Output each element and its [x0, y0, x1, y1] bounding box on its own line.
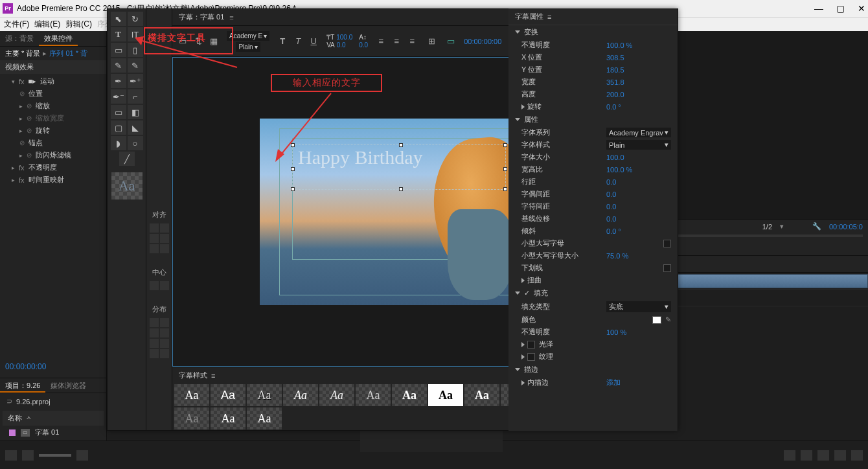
minimize-button[interactable]: — — [814, 3, 823, 14]
prop-anchor[interactable]: ⊘锚点 — [0, 137, 106, 149]
titler-timecode[interactable]: 00:00:00:00 — [464, 38, 501, 45]
rotation-tool[interactable]: ↻ — [128, 12, 143, 26]
bold-icon[interactable]: T — [276, 35, 289, 48]
prop-sheen-check[interactable] — [527, 341, 535, 349]
style-swatch[interactable]: Aa — [464, 384, 499, 406]
add-stroke-link[interactable]: 添加 — [606, 378, 671, 387]
sort-icon[interactable] — [76, 450, 88, 461]
menu-file[interactable]: 文件(F) — [4, 19, 29, 30]
prop-fill-opacity[interactable]: 100 % — [606, 328, 671, 336]
font-size-value[interactable]: 100.0 — [336, 34, 352, 41]
timecode-display[interactable]: 00:00:00:00 — [0, 358, 106, 375]
dist-2[interactable] — [160, 318, 169, 327]
effect-motion[interactable]: ▾fx■▸运动 — [0, 75, 106, 87]
prop-fill-type[interactable]: 实底▾ — [606, 301, 671, 312]
prop-aspect[interactable]: 100.0 % — [606, 166, 671, 174]
new-bin-icon[interactable] — [817, 450, 829, 461]
prop-height[interactable]: 200.0 — [606, 91, 671, 98]
prop-font-style[interactable]: Plain▾ — [606, 140, 671, 150]
prop-rotation-val[interactable]: 0.0 ° — [606, 103, 671, 111]
prop-rotation[interactable]: ▸⊘旋转 — [0, 124, 106, 137]
section-transform[interactable]: 变换 — [524, 27, 538, 37]
menu-edit[interactable]: 编辑(E) — [34, 19, 60, 30]
arc-tool[interactable]: ◗ — [111, 136, 126, 150]
underline-icon[interactable]: U — [307, 35, 320, 48]
new-item-icon[interactable] — [834, 450, 846, 461]
center-v[interactable] — [160, 281, 169, 290]
align-left-icon[interactable]: ≡ — [374, 35, 387, 48]
section-stroke[interactable]: 描边 — [524, 365, 538, 374]
prop-xpos[interactable]: 308.5 — [606, 54, 671, 62]
rounded-rect-tool[interactable]: ▢ — [111, 120, 126, 135]
titler-tab-label[interactable]: 字幕：字幕 01 — [179, 12, 224, 22]
dist-3[interactable] — [150, 328, 159, 337]
eyedropper-icon[interactable]: ✎ — [665, 315, 671, 324]
prop-font-size[interactable]: 100.0 — [606, 154, 671, 161]
style-swatch[interactable]: Aa — [319, 384, 354, 406]
align-vcenter[interactable] — [150, 244, 159, 253]
prop-slant[interactable]: 0.0 ° — [606, 227, 671, 235]
prop-texture-check[interactable] — [527, 353, 535, 361]
area-type-tool[interactable]: ▭ — [111, 43, 126, 57]
section-properties[interactable]: 属性 — [524, 115, 538, 124]
align-hcenter[interactable] — [160, 223, 169, 233]
convert-anchor-tool[interactable]: ⌐ — [128, 89, 143, 104]
zoom-slider[interactable] — [39, 454, 71, 457]
style-swatch[interactable]: Aa — [174, 407, 209, 429]
add-anchor-tool[interactable]: ✒⁺ — [128, 74, 143, 88]
prop-opacity[interactable]: 100.0 % — [606, 41, 671, 49]
prop-smallcaps-check[interactable] — [663, 240, 671, 247]
prop-color-swatch[interactable] — [652, 316, 661, 324]
align-right-icon[interactable]: ≡ — [405, 35, 418, 48]
dist-7[interactable] — [150, 349, 159, 358]
style-swatch[interactable]: Aa — [174, 384, 209, 406]
dist-5[interactable] — [150, 339, 159, 348]
list-view-icon[interactable] — [5, 450, 17, 461]
menu-clip[interactable]: 剪辑(C) — [65, 19, 92, 30]
close-button[interactable]: ✕ — [858, 3, 865, 14]
selection-tool[interactable]: ⬉ — [111, 12, 126, 26]
wrench-icon[interactable]: 🔧 — [812, 222, 821, 231]
tab-effect-controls[interactable]: 效果控件 — [39, 31, 78, 46]
style-swatch[interactable]: Aa — [392, 384, 427, 406]
ellipse-tool[interactable]: ○ — [128, 136, 143, 150]
prop-leading[interactable]: 0.0 — [606, 178, 671, 186]
effect-opacity[interactable]: ▸fx不透明度 — [0, 161, 106, 174]
project-file-row[interactable]: ⊃9.26.prproj — [3, 396, 104, 407]
style-swatch[interactable]: Aa — [428, 384, 463, 406]
prop-width[interactable]: 351.8 — [606, 78, 671, 86]
prop-font-family[interactable]: Academy Engrav▾ — [606, 128, 671, 137]
monitor-timecode[interactable]: 00:00:05:0 — [829, 223, 863, 231]
prop-tracking[interactable]: 0.0 — [606, 203, 671, 211]
style-swatch[interactable]: Aa — [283, 384, 318, 406]
kerning-value[interactable]: 0.0 — [337, 41, 346, 49]
prop-position[interactable]: ⊘位置 — [0, 87, 106, 100]
delete-anchor-tool[interactable]: ✒⁻ — [111, 89, 126, 104]
maximize-button[interactable]: ▢ — [836, 3, 845, 14]
style-swatch[interactable]: Aa — [247, 384, 282, 406]
prop-ypos[interactable]: 180.5 — [606, 66, 671, 74]
align-right[interactable] — [150, 234, 159, 243]
name-column-header[interactable]: 名称ㅅ — [3, 411, 104, 426]
sequence-link[interactable]: 序列 01 * 背 — [49, 49, 87, 58]
pen-tool[interactable]: ✒ — [111, 74, 126, 88]
effect-time-remap[interactable]: ▸fx时间重映射 — [0, 174, 106, 186]
dist-4[interactable] — [160, 328, 169, 337]
prop-scale[interactable]: ▸⊘缩放 — [0, 100, 106, 112]
show-video-icon[interactable]: ▭ — [444, 35, 457, 48]
dist-6[interactable] — [160, 339, 169, 348]
style-swatch[interactable]: Aa — [247, 407, 282, 429]
path-type-tool[interactable]: ✎ — [111, 58, 126, 73]
dist-1[interactable] — [150, 318, 159, 327]
prop-baseline[interactable]: 0.0 — [606, 215, 671, 223]
tab-project[interactable]: 项目：9.26 — [0, 378, 45, 393]
align-left[interactable] — [150, 223, 159, 233]
align-top[interactable] — [160, 234, 169, 243]
leading-value[interactable]: 0.0 — [359, 41, 368, 49]
italic-icon[interactable]: T — [291, 35, 304, 48]
align-bottom[interactable] — [160, 244, 169, 253]
rectangle-tool[interactable]: ▭ — [111, 105, 126, 119]
icon-view-icon[interactable] — [22, 450, 34, 461]
prop-antiflicker[interactable]: ▸⊘防闪烁滤镜 — [0, 149, 106, 161]
clipped-rect-tool[interactable]: ◧ — [128, 105, 143, 119]
